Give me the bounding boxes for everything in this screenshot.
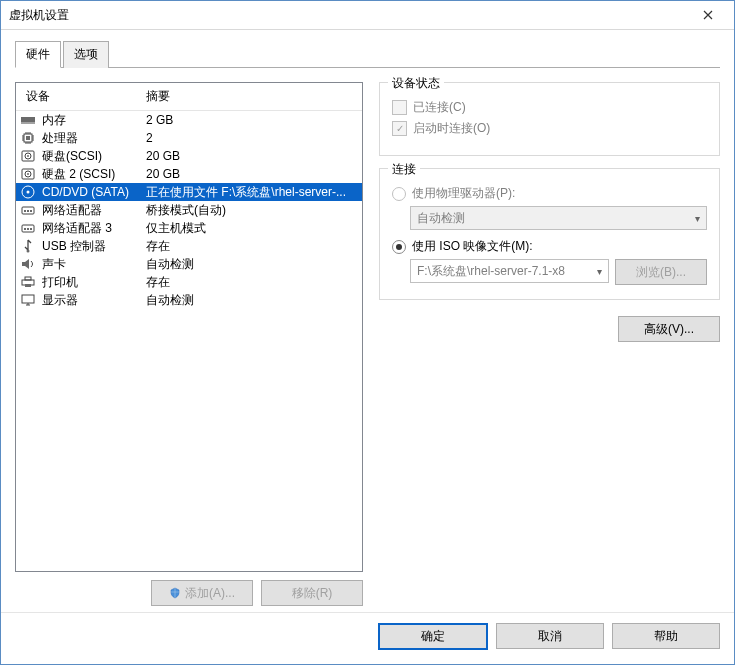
device-name: 打印机 (42, 274, 146, 291)
net-icon (20, 220, 36, 236)
device-summary: 存在 (146, 238, 362, 255)
cd-icon (20, 184, 36, 200)
connect-poweron-row[interactable]: ✓ 启动时连接(O) (392, 120, 707, 137)
device-name: 硬盘(SCSI) (42, 148, 146, 165)
device-summary: 20 GB (146, 167, 362, 181)
footer: 确定 取消 帮助 (1, 612, 734, 664)
device-row[interactable]: 处理器2 (16, 129, 362, 147)
device-status-legend: 设备状态 (388, 75, 444, 92)
use-physical-row[interactable]: 使用物理驱动器(P): (392, 185, 707, 202)
advanced-row: 高级(V)... (379, 316, 720, 342)
svg-rect-16 (24, 228, 26, 230)
device-name: 显示器 (42, 292, 146, 309)
device-summary: 2 (146, 131, 362, 145)
radio-icon (392, 187, 406, 201)
device-row[interactable]: 硬盘 2 (SCSI)20 GB (16, 165, 362, 183)
svg-rect-17 (27, 228, 29, 230)
device-name: 声卡 (42, 256, 146, 273)
device-name: CD/DVD (SATA) (42, 185, 146, 199)
disk-icon (20, 166, 36, 182)
svg-rect-21 (25, 277, 31, 280)
list-header: 设备 摘要 (16, 83, 362, 111)
connected-row[interactable]: 已连接(C) (392, 99, 707, 116)
device-row[interactable]: 声卡自动检测 (16, 255, 362, 273)
svg-rect-2 (26, 136, 30, 140)
help-button[interactable]: 帮助 (612, 623, 720, 649)
svg-point-10 (27, 191, 30, 194)
radio-selected-icon (392, 240, 406, 254)
device-row[interactable]: USB 控制器存在 (16, 237, 362, 255)
device-row[interactable]: 内存2 GB (16, 111, 362, 129)
svg-point-8 (27, 173, 29, 175)
use-iso-label: 使用 ISO 映像文件(M): (412, 238, 533, 255)
checkbox-checked-icon: ✓ (392, 121, 407, 136)
device-summary: 桥接模式(自动) (146, 202, 362, 219)
device-row[interactable]: 硬盘(SCSI)20 GB (16, 147, 362, 165)
device-row[interactable]: CD/DVD (SATA)正在使用文件 F:\系统盘\rhel-server-.… (16, 183, 362, 201)
display-icon (20, 292, 36, 308)
device-summary: 仅主机模式 (146, 220, 362, 237)
add-button[interactable]: 添加(A)... (151, 580, 253, 606)
use-iso-row[interactable]: 使用 ISO 映像文件(M): (392, 238, 707, 255)
device-row[interactable]: 网络适配器 3仅主机模式 (16, 219, 362, 237)
close-button[interactable] (686, 1, 730, 29)
tab-hardware[interactable]: 硬件 (15, 41, 61, 68)
memory-icon (20, 112, 36, 128)
connection-legend: 连接 (388, 161, 420, 178)
device-list[interactable]: 设备 摘要 内存2 GB处理器2硬盘(SCSI)20 GB硬盘 2 (SCSI)… (15, 82, 363, 572)
iso-path-value: F:\系统盘\rhel-server-7.1-x8 (417, 263, 565, 280)
device-row[interactable]: 打印机存在 (16, 273, 362, 291)
connected-label: 已连接(C) (413, 99, 466, 116)
svg-rect-0 (21, 117, 35, 122)
device-summary: 正在使用文件 F:\系统盘\rhel-server-... (146, 184, 362, 201)
device-summary: 存在 (146, 274, 362, 291)
list-rows: 内存2 GB处理器2硬盘(SCSI)20 GB硬盘 2 (SCSI)20 GBC… (16, 111, 362, 309)
cpu-icon (20, 130, 36, 146)
cancel-button[interactable]: 取消 (496, 623, 604, 649)
content-area: 设备 摘要 内存2 GB处理器2硬盘(SCSI)20 GB硬盘 2 (SCSI)… (1, 68, 734, 612)
col-device-header: 设备 (26, 88, 146, 105)
right-panel: 设备状态 已连接(C) ✓ 启动时连接(O) 连接 使用物理驱动器(P): 自动… (379, 82, 720, 606)
device-row[interactable]: 显示器自动检测 (16, 291, 362, 309)
iso-path-row: F:\系统盘\rhel-server-7.1-x8 ▾ 浏览(B)... (410, 259, 707, 285)
device-summary: 2 GB (146, 113, 362, 127)
svg-point-5 (27, 155, 29, 157)
checkbox-icon (392, 100, 407, 115)
advanced-button[interactable]: 高级(V)... (618, 316, 720, 342)
device-name: 网络适配器 (42, 202, 146, 219)
device-summary: 自动检测 (146, 256, 362, 273)
tabs-area: 硬件 选项 (1, 30, 734, 68)
svg-rect-22 (25, 284, 31, 287)
printer-icon (20, 274, 36, 290)
close-icon (703, 10, 713, 20)
disk-icon (20, 148, 36, 164)
tab-options[interactable]: 选项 (63, 41, 109, 68)
svg-point-19 (27, 250, 30, 253)
net-icon (20, 202, 36, 218)
tab-strip: 硬件 选项 (15, 40, 720, 68)
col-summary-header: 摘要 (146, 88, 170, 105)
ok-button[interactable]: 确定 (378, 623, 488, 650)
svg-rect-12 (24, 210, 26, 212)
device-name: 处理器 (42, 130, 146, 147)
iso-path-field[interactable]: F:\系统盘\rhel-server-7.1-x8 ▾ (410, 259, 609, 283)
browse-button[interactable]: 浏览(B)... (615, 259, 707, 285)
svg-rect-18 (30, 228, 32, 230)
physical-drive-combo[interactable]: 自动检测 (410, 206, 707, 230)
svg-rect-23 (22, 295, 34, 303)
device-name: 硬盘 2 (SCSI) (42, 166, 146, 183)
add-button-label: 添加(A)... (185, 585, 235, 602)
physical-drive-value: 自动检测 (417, 210, 465, 227)
device-name: 内存 (42, 112, 146, 129)
left-buttons: 添加(A)... 移除(R) (15, 572, 363, 606)
use-physical-label: 使用物理驱动器(P): (412, 185, 515, 202)
svg-rect-13 (27, 210, 29, 212)
device-row[interactable]: 网络适配器桥接模式(自动) (16, 201, 362, 219)
titlebar: 虚拟机设置 (1, 1, 734, 30)
sound-icon (20, 256, 36, 272)
left-panel: 设备 摘要 内存2 GB处理器2硬盘(SCSI)20 GB硬盘 2 (SCSI)… (15, 82, 363, 606)
window-title: 虚拟机设置 (9, 7, 686, 24)
remove-button[interactable]: 移除(R) (261, 580, 363, 606)
device-name: USB 控制器 (42, 238, 146, 255)
connection-group: 连接 使用物理驱动器(P): 自动检测 使用 ISO 映像文件(M): F:\系… (379, 168, 720, 300)
